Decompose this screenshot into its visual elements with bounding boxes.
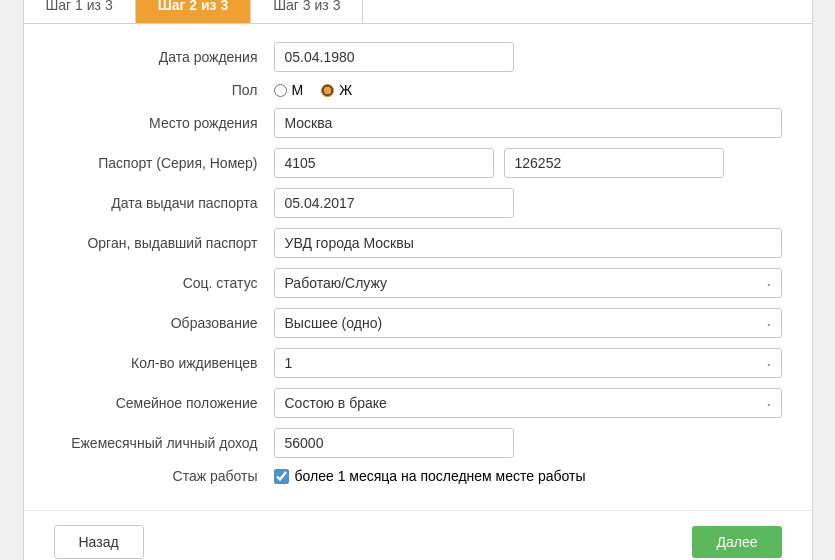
marital-select[interactable]: Состою в браке [274, 388, 782, 418]
income-label: Ежемесячный личный доход [54, 435, 274, 451]
marital-row: Семейное положение Состою в браке [54, 388, 782, 418]
passport-inputs [274, 148, 782, 178]
income-field [274, 428, 782, 458]
gender-row: Пол М Ж [54, 82, 782, 98]
work-exp-label: Стаж работы [54, 468, 274, 484]
education-select[interactable]: Высшее (одно) [274, 308, 782, 338]
tabs-bar: Шаг 1 из 3 Шаг 2 из 3 Шаг 3 из 3 [24, 0, 812, 24]
birthdate-label: Дата рождения [54, 49, 274, 65]
work-exp-checkbox-item[interactable]: более 1 месяца на последнем месте работы [274, 468, 782, 484]
gender-m-label: М [292, 82, 304, 98]
marital-field: Состою в браке [274, 388, 782, 418]
work-exp-field: более 1 месяца на последнем месте работы [274, 468, 782, 484]
gender-f-label: Ж [339, 82, 352, 98]
passport-issuer-input[interactable] [274, 228, 782, 258]
marital-wrapper: Состою в браке [274, 388, 782, 418]
education-label: Образование [54, 315, 274, 331]
next-button[interactable]: Далее [692, 526, 781, 558]
tab-step3[interactable]: Шаг 3 из 3 [251, 0, 363, 23]
work-exp-checkbox[interactable] [274, 469, 289, 484]
birthplace-label: Место рождения [54, 115, 274, 131]
soc-status-field: Работаю/Служу [274, 268, 782, 298]
birthdate-input[interactable] [274, 42, 514, 72]
tab-step1[interactable]: Шаг 1 из 3 [24, 0, 136, 23]
birthdate-field [274, 42, 782, 72]
birthplace-field [274, 108, 782, 138]
gender-f-option[interactable]: Ж [321, 82, 352, 98]
form-footer: Назад Далее [24, 510, 812, 560]
dependents-label: Кол-во иждивенцев [54, 355, 274, 371]
dependents-wrapper: 1 [274, 348, 782, 378]
income-input[interactable] [274, 428, 514, 458]
birthplace-input[interactable] [274, 108, 782, 138]
soc-status-label: Соц. статус [54, 275, 274, 291]
passport-issuer-field [274, 228, 782, 258]
marital-label: Семейное положение [54, 395, 274, 411]
passport-label: Паспорт (Серия, Номер) [54, 155, 274, 171]
soc-status-wrapper: Работаю/Служу [274, 268, 782, 298]
form-body: Дата рождения Пол М Ж [24, 24, 812, 510]
main-container: Шаг 1 из 3 Шаг 2 из 3 Шаг 3 из 3 Дата ро… [23, 0, 813, 560]
birthdate-row: Дата рождения [54, 42, 782, 72]
passport-date-row: Дата выдачи паспорта [54, 188, 782, 218]
work-exp-row: Стаж работы более 1 месяца на последнем … [54, 468, 782, 484]
birthplace-row: Место рождения [54, 108, 782, 138]
passport-row: Паспорт (Серия, Номер) [54, 148, 782, 178]
work-exp-checkbox-label: более 1 месяца на последнем месте работы [295, 468, 586, 484]
gender-field: М Ж [274, 82, 782, 98]
passport-date-field [274, 188, 782, 218]
passport-number-input[interactable] [504, 148, 724, 178]
gender-radio-group: М Ж [274, 82, 782, 98]
gender-m-radio[interactable] [274, 84, 287, 97]
education-row: Образование Высшее (одно) [54, 308, 782, 338]
gender-label: Пол [54, 82, 274, 98]
passport-field [274, 148, 782, 178]
dependents-select[interactable]: 1 [274, 348, 782, 378]
gender-m-option[interactable]: М [274, 82, 304, 98]
gender-f-radio[interactable] [321, 84, 334, 97]
passport-series-input[interactable] [274, 148, 494, 178]
soc-status-select[interactable]: Работаю/Служу [274, 268, 782, 298]
education-field: Высшее (одно) [274, 308, 782, 338]
dependents-row: Кол-во иждивенцев 1 [54, 348, 782, 378]
income-row: Ежемесячный личный доход [54, 428, 782, 458]
passport-date-input[interactable] [274, 188, 514, 218]
education-wrapper: Высшее (одно) [274, 308, 782, 338]
soc-status-row: Соц. статус Работаю/Служу [54, 268, 782, 298]
passport-issuer-row: Орган, выдавший паспорт [54, 228, 782, 258]
passport-issuer-label: Орган, выдавший паспорт [54, 235, 274, 251]
dependents-field: 1 [274, 348, 782, 378]
tab-step2[interactable]: Шаг 2 из 3 [136, 0, 252, 23]
passport-date-label: Дата выдачи паспорта [54, 195, 274, 211]
back-button[interactable]: Назад [54, 525, 144, 559]
